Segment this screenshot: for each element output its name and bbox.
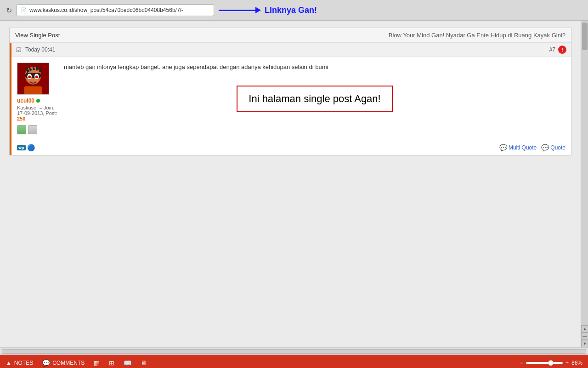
grid-icon: ▦ bbox=[94, 359, 100, 367]
post-time: Today 00:41 bbox=[25, 46, 55, 53]
scroll-down-arrow[interactable]: ▼ bbox=[581, 340, 588, 347]
arrow-line bbox=[219, 7, 261, 13]
post-text: manteb gan infonya lengkap banget. ane j… bbox=[64, 63, 565, 72]
post-body: ☑ Today 00:41 #7 ! bbox=[10, 43, 571, 155]
notes-button[interactable]: ▲ NOTES bbox=[6, 359, 33, 367]
address-bar-area: 📄 www.kaskus.co.id/show_post/54ca70bedc0… bbox=[17, 4, 584, 16]
arrow-head bbox=[255, 7, 261, 13]
zoom-minus[interactable]: − bbox=[520, 360, 523, 366]
multi-quote-label: Multi Quote bbox=[509, 144, 537, 151]
user-info: ucul00 Kaskuser – Join: 17-09-2013, Post… bbox=[17, 98, 58, 121]
notes-label: NOTES bbox=[14, 360, 33, 366]
comments-button[interactable]: 💬 COMMENTS bbox=[42, 359, 85, 367]
view-single-post-label: View Single Post bbox=[15, 32, 60, 39]
svg-rect-13 bbox=[24, 86, 42, 94]
arrow-body bbox=[219, 10, 255, 11]
wp-logo: wp 🔵 bbox=[17, 144, 35, 151]
url-text: www.kaskus.co.id/show_post/54ca70bedc06b… bbox=[29, 7, 183, 13]
post-meta-right: #7 ! bbox=[549, 46, 566, 54]
avatar bbox=[17, 63, 49, 95]
zoom-plus[interactable]: + bbox=[565, 360, 569, 366]
rep-minus-button[interactable] bbox=[28, 125, 37, 134]
scroll-middle-arrow[interactable]: — bbox=[581, 333, 588, 340]
zoom-controls: − + 86% bbox=[520, 360, 582, 366]
arrow-label: Linknya Gan! bbox=[265, 6, 317, 15]
reload-button[interactable]: ↻ bbox=[4, 5, 14, 15]
layout-icon: ⊞ bbox=[109, 359, 114, 367]
svg-point-12 bbox=[35, 75, 38, 78]
wp-badge: wp bbox=[17, 145, 26, 150]
multi-quote-icon: 💬 bbox=[499, 144, 507, 151]
grid-button[interactable]: ▦ bbox=[94, 359, 100, 367]
quote-buttons: 💬 Multi Quote 💬 Quote bbox=[499, 144, 565, 151]
comments-label: COMMENTS bbox=[52, 360, 85, 366]
main-area: View Single Post Blow Your Mind Gan! Nya… bbox=[0, 21, 588, 347]
rep-plus-button[interactable] bbox=[17, 125, 26, 134]
browser-chrome: ↻ 📄 www.kaskus.co.id/show_post/54ca70bed… bbox=[0, 0, 588, 21]
zoom-level: 86% bbox=[571, 360, 582, 366]
post-footer: wp 🔵 💬 Multi Quote 💬 Quote bbox=[11, 140, 571, 155]
scrollbar-thumb[interactable] bbox=[582, 23, 588, 50]
checkmark-icon: ☑ bbox=[16, 46, 22, 53]
post-number: #7 bbox=[549, 46, 555, 53]
layout-button[interactable]: ⊞ bbox=[109, 359, 114, 367]
quote-button[interactable]: 💬 Quote bbox=[541, 144, 565, 151]
username: ucul00 bbox=[17, 98, 58, 104]
zoom-slider[interactable] bbox=[526, 362, 563, 364]
url-bar[interactable]: 📄 www.kaskus.co.id/show_post/54ca70bedc0… bbox=[17, 4, 214, 16]
annotation-arrow: Linknya Gan! bbox=[219, 6, 317, 15]
comments-icon: 💬 bbox=[42, 359, 50, 367]
user-meta: Kaskuser – Join: 17-09-2013, Post: 250 bbox=[17, 105, 58, 121]
post-count: 250 bbox=[17, 116, 25, 121]
post-container: View Single Post Blow Your Mind Gan! Nya… bbox=[9, 28, 571, 155]
post-content: manteb gan infonya lengkap banget. ane j… bbox=[64, 63, 565, 134]
single-post-label: Ini halaman single post Agan! bbox=[249, 93, 380, 104]
bottom-scrollbar[interactable] bbox=[0, 347, 588, 355]
quote-icon: 💬 bbox=[541, 144, 549, 151]
single-post-highlight-box: Ini halaman single post Agan! bbox=[237, 86, 392, 112]
zoom-slider-thumb[interactable] bbox=[548, 360, 554, 366]
wp-icon: 🔵 bbox=[27, 144, 35, 151]
alert-icon[interactable]: ! bbox=[558, 46, 566, 54]
scrollbar-track[interactable] bbox=[2, 349, 586, 354]
scrollbar-arrows: ▲ — ▼ bbox=[581, 325, 588, 347]
right-scrollbar[interactable]: ▲ — ▼ bbox=[581, 21, 588, 347]
post-meta-bar: ☑ Today 00:41 #7 ! bbox=[11, 43, 571, 57]
bottom-toolbar: ▲ NOTES 💬 COMMENTS ▦ ⊞ 📖 🖥 − + 86% bbox=[0, 355, 588, 368]
notes-icon: ▲ bbox=[6, 359, 12, 367]
svg-point-11 bbox=[28, 75, 31, 78]
page-title: Blow Your Mind Gan! Nyadar Ga Ente Hidup… bbox=[389, 32, 565, 39]
post-meta-left: ☑ Today 00:41 bbox=[16, 46, 55, 53]
post-action-icons bbox=[17, 125, 58, 134]
scroll-up-arrow[interactable]: ▲ bbox=[581, 325, 588, 333]
content-area: View Single Post Blow Your Mind Gan! Nya… bbox=[0, 21, 581, 347]
post-inner: ucul00 Kaskuser – Join: 17-09-2013, Post… bbox=[11, 57, 571, 140]
multi-quote-button[interactable]: 💬 Multi Quote bbox=[499, 144, 537, 151]
page-icon: 📄 bbox=[21, 7, 27, 13]
book-icon: 📖 bbox=[124, 359, 131, 367]
user-sidebar: ucul00 Kaskuser – Join: 17-09-2013, Post… bbox=[17, 63, 58, 134]
post-header-bar: View Single Post Blow Your Mind Gan! Nya… bbox=[10, 28, 571, 43]
monitor-button[interactable]: 🖥 bbox=[141, 359, 147, 367]
monitor-icon: 🖥 bbox=[141, 359, 147, 367]
quote-label: Quote bbox=[550, 144, 565, 151]
online-indicator bbox=[36, 99, 40, 103]
book-button[interactable]: 📖 bbox=[124, 359, 131, 367]
